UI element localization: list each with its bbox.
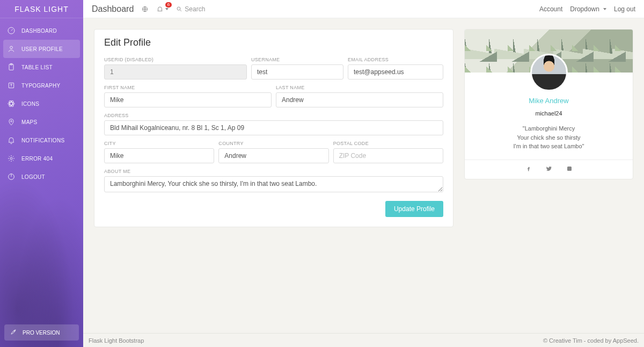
globe-icon[interactable] [141, 5, 149, 13]
label-username: USERNAME [251, 57, 343, 62]
label-address: ADDRESS [104, 113, 443, 118]
clipboard-icon [6, 63, 16, 71]
power-icon [6, 172, 16, 181]
lastname-field[interactable] [276, 92, 443, 107]
svg-point-9 [10, 157, 12, 160]
search-icon [176, 6, 182, 12]
user-quote: "Lamborghini Mercy Your chick she so thi… [465, 124, 633, 151]
search-input[interactable]: Search [176, 5, 205, 13]
label-firstname: FIRST NAME [104, 85, 272, 90]
topbar: Dashboard 6 Search Account Dropdown Log … [83, 0, 644, 18]
dropdown-link[interactable]: Dropdown [570, 5, 606, 13]
footer: Flask Light Bootstrap © Creative Tim - c… [83, 333, 644, 347]
label-lastname: LAST NAME [276, 85, 443, 90]
facebook-icon[interactable] [525, 165, 532, 174]
label-userid: USERID (DISABLED) [104, 57, 247, 62]
sidebar-item-label: ICONS [21, 101, 39, 107]
caret-down-icon [165, 8, 169, 10]
sidebar-item-typography[interactable]: TYPOGRAPHY [0, 76, 83, 95]
user-name-link[interactable]: Mike Andrew [529, 97, 568, 105]
label-email: EMAIL ADDRESS [348, 57, 443, 62]
svg-point-8 [11, 120, 12, 122]
rocket-icon [10, 328, 17, 337]
svg-rect-14 [567, 167, 572, 171]
dropdown-label: Dropdown [570, 5, 599, 13]
sidebar-item-label: DASHBOARD [21, 28, 57, 34]
text-icon [6, 81, 16, 90]
bell-icon [6, 136, 16, 144]
content: Edit Profile USERID (DISABLED) USERNAME … [83, 18, 644, 333]
gauge-icon [6, 26, 16, 35]
atom-icon [6, 99, 16, 108]
update-profile-button[interactable]: Update Profile [385, 201, 443, 217]
sidebar-item-label: LOGOUT [21, 174, 45, 180]
brand-title[interactable]: FLASK LIGHT [0, 0, 83, 18]
edit-profile-card: Edit Profile USERID (DISABLED) USERNAME … [94, 29, 453, 227]
svg-point-13 [177, 7, 180, 10]
search-placeholder: Search [185, 5, 205, 13]
notification-badge: 6 [165, 2, 172, 8]
footer-right: © Creative Tim - coded by AppSeed. [543, 337, 639, 344]
about-field[interactable] [104, 176, 443, 192]
username-field[interactable] [251, 64, 343, 79]
sidebar-item-notifications[interactable]: NOTIFICATIONS [0, 131, 83, 149]
social-row [465, 160, 633, 179]
firstname-field[interactable] [104, 92, 272, 107]
user-card: Mike Andrew michael24 "Lamborghini Mercy… [464, 29, 633, 179]
avatar[interactable] [530, 54, 568, 91]
label-about: ABOUT ME [104, 169, 443, 174]
sidebar: FLASK LIGHT DASHBOARD USER PROFILE TABLE… [0, 0, 83, 347]
logout-link[interactable]: Log out [614, 5, 635, 13]
country-field[interactable] [218, 148, 328, 163]
sidebar-item-dashboard[interactable]: DASHBOARD [0, 21, 83, 40]
postal-field[interactable] [333, 148, 443, 163]
label-city: CITY [104, 141, 214, 146]
page-title: Dashboard [92, 4, 134, 14]
quote-line: Your chick she so thirsty [465, 133, 633, 142]
pro-version-button[interactable]: PRO VERSION [4, 324, 79, 341]
user-handle: michael24 [465, 110, 633, 117]
gear-icon [6, 154, 16, 163]
label-country: COUNTRY [218, 141, 328, 146]
svg-point-11 [14, 330, 15, 331]
edit-profile-heading: Edit Profile [104, 37, 443, 48]
sidebar-item-label: NOTIFICATIONS [21, 138, 64, 143]
user-icon [6, 45, 16, 53]
sidebar-item-label: TABLE LIST [21, 64, 53, 70]
sidebar-nav: DASHBOARD USER PROFILE TABLE LIST TYPOGR… [0, 18, 83, 189]
svg-point-1 [10, 46, 13, 49]
google-plus-icon[interactable] [566, 165, 573, 174]
email-field[interactable] [348, 64, 443, 79]
twitter-icon[interactable] [546, 165, 552, 174]
sidebar-item-error-404[interactable]: ERROR 404 [0, 149, 83, 168]
quote-line: "Lamborghini Mercy [465, 124, 633, 133]
quote-line: I'm in that two seat Lambo" [465, 142, 633, 151]
sidebar-item-user-profile[interactable]: USER PROFILE [3, 40, 80, 58]
pro-version-label: PRO VERSION [23, 330, 60, 336]
notifications-dropdown[interactable]: 6 [156, 5, 169, 13]
label-postal: POSTAL CODE [333, 141, 443, 146]
sidebar-item-label: USER PROFILE [21, 46, 63, 52]
sidebar-item-label: ERROR 404 [21, 156, 53, 162]
sidebar-item-icons[interactable]: ICONS [0, 95, 83, 113]
address-field[interactable] [104, 120, 443, 135]
sidebar-item-table-list[interactable]: TABLE LIST [0, 58, 83, 76]
footer-left[interactable]: Flask Light Bootstrap [89, 337, 144, 344]
userid-field [104, 64, 247, 79]
caret-down-icon [603, 8, 606, 10]
sidebar-item-label: TYPOGRAPHY [21, 83, 60, 89]
sidebar-item-maps[interactable]: MAPS [0, 113, 83, 131]
pin-icon [6, 118, 16, 126]
sidebar-item-logout[interactable]: LOGOUT [0, 168, 83, 186]
city-field[interactable] [104, 148, 214, 163]
sidebar-item-label: MAPS [21, 119, 38, 125]
account-link[interactable]: Account [539, 5, 562, 13]
